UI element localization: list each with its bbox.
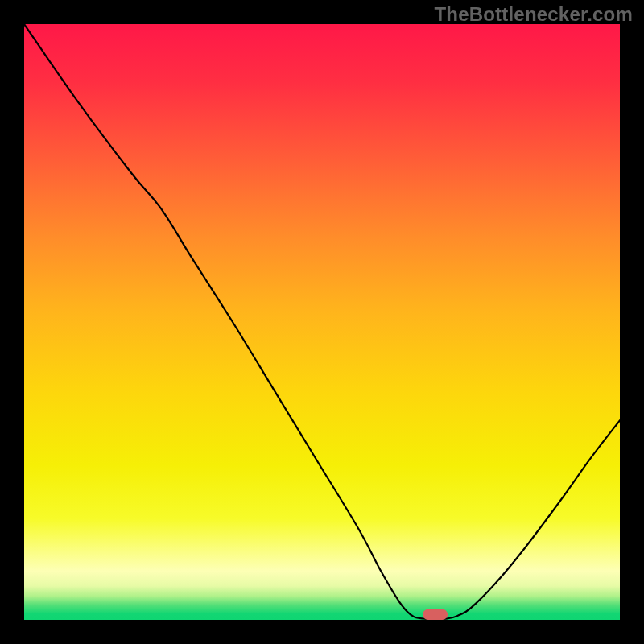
optimal-marker bbox=[423, 609, 448, 620]
chart-svg bbox=[24, 24, 620, 620]
background-gradient bbox=[24, 24, 620, 620]
watermark-text: TheBottlenecker.com bbox=[434, 3, 633, 26]
plot-area bbox=[24, 24, 620, 620]
chart-frame: TheBottlenecker.com bbox=[0, 0, 644, 644]
